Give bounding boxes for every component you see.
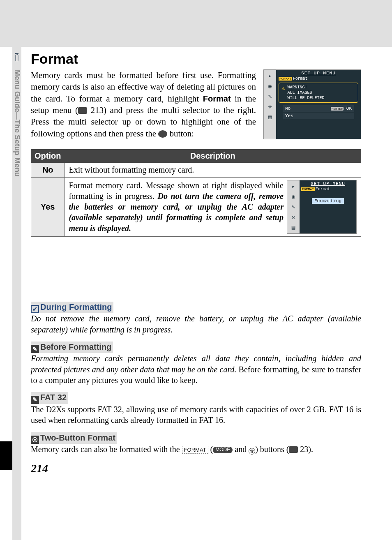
- enter-button-icon: [158, 130, 167, 138]
- magnifier-icon: ⦿: [31, 436, 39, 444]
- th-description: Description: [65, 150, 361, 163]
- opt-yes-cell: Format memory card. Message shown at rig…: [65, 178, 361, 237]
- lcd-ok-label: OK: [346, 106, 352, 111]
- content-area: Format Memory cards must be formatted be…: [31, 51, 361, 476]
- lcd-warning-box: ⚠ WARNING! ALL IMAGES WILL BE DELETED: [279, 83, 358, 103]
- opt-no-desc: Exit without formatting memory card.: [65, 163, 361, 178]
- lcd-left-icons: ▸ ◉ ✎ ⚒ ▤: [287, 180, 300, 233]
- page-number: 214: [31, 461, 361, 476]
- lcd-sub-text: Format: [316, 187, 330, 192]
- page-title: Format: [31, 51, 361, 67]
- lcd-subtitle: FORMATFormat: [279, 76, 358, 81]
- camera-lcd-setup-format: ▸ ◉ ✎ ⚒ ▤ SET UP MENU FORMATFormat ⚠ WAR…: [263, 69, 361, 139]
- trash-icon: 🗑: [249, 448, 255, 455]
- table-header-row: Option Description: [31, 150, 361, 163]
- page-ref-icon: [289, 446, 298, 453]
- note-before-title: Before Formatting: [40, 342, 111, 351]
- opt-no-label: No: [31, 163, 65, 178]
- wrench-icon: ⚒: [292, 214, 295, 221]
- camera-lcd-formatting: ▸ ◉ ✎ ⚒ ▤ SET UP MENU FORMATFormat Forma…: [287, 180, 357, 234]
- setup-menu-icon: [12, 51, 21, 63]
- lcd-title: SET UP MENU: [301, 181, 355, 186]
- camera-icon: ◉: [268, 83, 272, 90]
- pencil-icon: ✎: [292, 203, 295, 210]
- checkbox-icon: ✔: [31, 305, 39, 313]
- format-tag: FORMAT: [301, 187, 315, 191]
- lcd-formatting-status: Formatting: [312, 198, 344, 204]
- note-twobutton-body: Memory cards can also be formatted with …: [31, 444, 361, 455]
- sidebar-label: Menu Guide—The Setup Menu: [12, 67, 21, 215]
- playback-icon: ▸: [268, 72, 272, 79]
- intro-bold-format: Format: [203, 94, 231, 103]
- warning-icon: ⚠: [281, 85, 285, 92]
- notes-section: ✔During Formatting Do not remove the mem…: [31, 302, 361, 476]
- intro-paragraph: Memory cards must be formatted before fi…: [31, 69, 256, 139]
- note-fat32-title: FAT 32: [40, 393, 67, 402]
- opt-yes-label: Yes: [31, 178, 65, 237]
- card-icon: ▤: [292, 224, 295, 231]
- format-button-icon: FORMAT: [182, 446, 208, 454]
- tb-mid2: and: [233, 445, 249, 454]
- page-body: Menu Guide—The Setup Menu Format Memory …: [0, 47, 392, 540]
- tb-pageref: 23: [300, 445, 308, 454]
- lcd-subtitle: FORMATFormat: [301, 187, 355, 192]
- lcd-left-icons: ▸ ◉ ✎ ⚒ ▤: [264, 70, 276, 139]
- note-fat32-body: The D2Xs supports FAT 32, allowing use o…: [31, 404, 361, 426]
- table-row: Yes Format memory card. Message shown at…: [31, 178, 361, 237]
- tb-end: ).: [308, 445, 313, 454]
- intro-pageref: 213: [91, 105, 104, 115]
- mode-button-icon: MODE: [213, 447, 233, 453]
- tb-mid3: ) buttons (: [255, 445, 289, 454]
- lcd-title: SET UP MENU: [279, 71, 358, 76]
- intro-text-4: button:: [167, 129, 194, 138]
- pencil-note-icon: ✎: [31, 396, 39, 404]
- note-during-body: Do not remove the memory card, remove th…: [31, 313, 361, 335]
- lcd-sub-text: Format: [293, 76, 308, 81]
- pencil-icon: ✎: [268, 93, 272, 100]
- lcd-option-no: No ▸ENTER OK: [283, 105, 354, 112]
- note-before-body: Formatting memory cards permanently dele…: [31, 353, 361, 385]
- warn-line2: ALL IMAGES: [287, 90, 312, 95]
- options-table: Option Description No Exit without forma…: [31, 149, 361, 237]
- camera-icon: ◉: [292, 193, 295, 200]
- pencil-note-icon: ✎: [31, 345, 39, 353]
- lcd-no-label: No: [285, 106, 291, 111]
- lcd-option-yes: Yes: [283, 113, 354, 119]
- tb-mid1: (: [208, 445, 213, 454]
- table-row: No Exit without formatting memory card.: [31, 163, 361, 178]
- format-tag: FORMAT: [279, 77, 292, 81]
- playback-icon: ▸: [292, 183, 295, 190]
- note-twobutton-heading: ⦿Two-Button Format: [31, 432, 117, 444]
- wrench-icon: ⚒: [268, 103, 272, 110]
- top-margin-band: [0, 0, 392, 47]
- th-option: Option: [31, 150, 65, 163]
- lcd-yes-label: Yes: [285, 113, 293, 118]
- card-icon: ▤: [268, 113, 272, 120]
- svg-rect-0: [15, 53, 18, 54]
- note-during-heading: ✔During Formatting: [31, 302, 113, 313]
- note-before-heading: ✎Before Formatting: [31, 342, 113, 353]
- note-twobutton-title: Two-Button Format: [40, 433, 115, 442]
- note-fat32-heading: ✎FAT 32: [31, 392, 68, 404]
- page-ref-icon: [78, 107, 87, 114]
- enter-icon: ▸ENTER: [331, 107, 344, 111]
- thumb-tab: [0, 441, 12, 470]
- warn-line1: WARNING!: [287, 85, 307, 90]
- note-during-title: During Formatting: [40, 302, 112, 312]
- tb-part1: Memory cards can also be formatted with …: [31, 445, 182, 454]
- warn-line3: WILL BE DELETED: [287, 96, 324, 100]
